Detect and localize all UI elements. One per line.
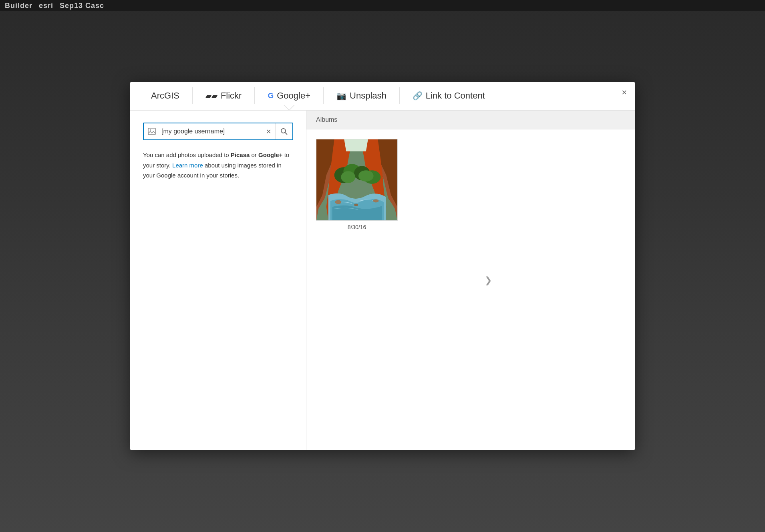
album-thumbnail[interactable] [316, 139, 398, 221]
svg-rect-0 [148, 128, 155, 135]
google-icon: G [268, 91, 274, 100]
info-text: You can add photos uploaded to Picasa or… [143, 150, 293, 181]
svg-point-17 [341, 171, 355, 183]
svg-point-1 [150, 129, 151, 131]
tab-link-to-content[interactable]: 🔗 Link to Content [400, 82, 498, 111]
info-text-after: about using images stored in your Google… [143, 162, 282, 179]
svg-line-3 [285, 133, 287, 135]
right-panel: ❯ Albums [306, 111, 635, 450]
svg-point-19 [335, 200, 342, 204]
albums-label: Albums [316, 116, 337, 123]
link-icon: 🔗 [413, 91, 423, 101]
album-item[interactable]: 8/30/16 [316, 139, 398, 230]
albums-content: 8/30/16 [306, 129, 635, 450]
tab-unsplash[interactable]: 📷 Unsplash [324, 82, 399, 111]
modal-body: ✕ You can add photos uploaded to Picasa … [130, 111, 635, 450]
arcgis-tab-label: ArcGIS [151, 91, 179, 101]
albums-header: Albums [306, 111, 635, 129]
camera-icon: 📷 [336, 91, 346, 101]
learn-more-link[interactable]: Learn more [172, 162, 203, 169]
tab-flickr[interactable]: ▰▰ Flickr [193, 82, 255, 111]
clear-button[interactable]: ✕ [262, 128, 275, 135]
tab-googleplus[interactable]: G Google+ [255, 82, 323, 111]
nav-arrow[interactable]: ❯ [483, 270, 494, 290]
svg-point-18 [358, 170, 374, 181]
image-icon [144, 128, 160, 135]
googleplus-tab-label: Google+ [277, 91, 310, 101]
search-input[interactable] [160, 128, 262, 135]
modal-dialog: × ArcGIS ▰▰ Flickr G Google+ 📷 Uns [130, 82, 635, 450]
tabs-bar: ArcGIS ▰▰ Flickr G Google+ 📷 Unsplash [130, 82, 635, 111]
album-date-label: 8/30/16 [348, 224, 366, 230]
link-tab-label: Link to Content [426, 91, 485, 101]
search-button[interactable] [275, 123, 292, 139]
left-panel: ✕ You can add photos uploaded to Picasa … [130, 111, 306, 450]
svg-point-21 [354, 204, 358, 206]
tab-arcgis[interactable]: ArcGIS [138, 82, 192, 111]
unsplash-tab-label: Unsplash [350, 91, 387, 101]
svg-point-20 [373, 200, 379, 203]
flickr-icon: ▰▰ [205, 91, 217, 101]
googleplus-bold: Google+ [258, 151, 282, 158]
search-bar: ✕ [143, 123, 293, 140]
picasa-bold: Picasa [231, 151, 250, 158]
flickr-tab-label: Flickr [221, 91, 242, 101]
close-button[interactable]: × [622, 88, 627, 97]
modal-overlay: × ArcGIS ▰▰ Flickr G Google+ 📷 Uns [0, 0, 765, 532]
svg-marker-22 [344, 139, 368, 151]
